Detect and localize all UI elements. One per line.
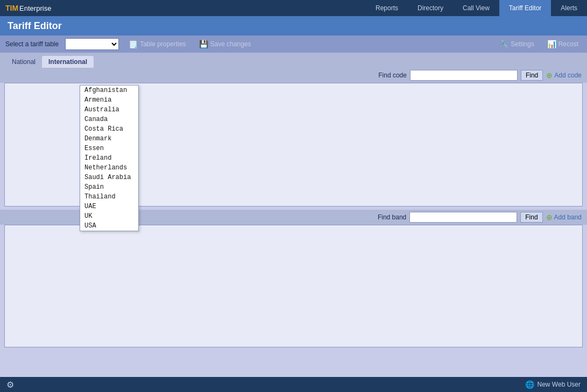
recost-button[interactable]: 📊 Recost bbox=[544, 39, 582, 49]
nav-directory[interactable]: Directory bbox=[408, 0, 453, 16]
save-changes-label: Save changes bbox=[210, 40, 251, 48]
brand-tim: TIM bbox=[5, 4, 18, 12]
save-changes-button[interactable]: 💾 Save changes bbox=[196, 39, 254, 49]
dropdown-item[interactable]: Essen bbox=[80, 144, 138, 153]
dropdown-item[interactable]: Afghanistan bbox=[80, 85, 138, 95]
dropdown-item[interactable]: Netherlands bbox=[80, 163, 138, 173]
dropdown-item[interactable]: Canada bbox=[80, 115, 138, 124]
tariff-dropdown[interactable]: AfghanistanArmeniaAustraliaCanadaCosta R… bbox=[80, 85, 139, 231]
add-code-label: Add code bbox=[554, 72, 582, 79]
select-tariff-label: Select a tariff table bbox=[5, 40, 59, 48]
dropdown-items-container: AfghanistanArmeniaAustraliaCanadaCosta R… bbox=[80, 85, 138, 231]
settings-button[interactable]: 🔧 Settings bbox=[496, 39, 537, 49]
add-band-icon: ⊕ bbox=[546, 213, 553, 222]
new-web-user-label[interactable]: New Web User bbox=[538, 381, 581, 388]
nav-alerts[interactable]: Alerts bbox=[551, 0, 587, 16]
find-band-button[interactable]: Find bbox=[520, 212, 542, 223]
gear-icon[interactable]: ⚙ bbox=[6, 380, 14, 390]
find-band-label: Find band bbox=[378, 213, 406, 221]
find-code-row: Find code Find ⊕ Add code bbox=[0, 68, 587, 83]
add-band-label: Add band bbox=[554, 213, 582, 221]
bottom-right: 🌐 New Web User bbox=[525, 380, 581, 389]
tab-national[interactable]: National bbox=[5, 56, 42, 68]
table-properties-label: Table properties bbox=[140, 40, 186, 48]
dropdown-item[interactable]: Denmark bbox=[80, 134, 138, 144]
dropdown-item[interactable]: Armenia bbox=[80, 95, 138, 105]
settings-icon: 🔧 bbox=[499, 40, 508, 48]
tariff-table-select[interactable] bbox=[65, 38, 119, 50]
dropdown-item[interactable]: UAE bbox=[80, 202, 138, 211]
toolbar-right: 🔧 Settings 📊 Recost bbox=[496, 39, 582, 49]
find-code-button[interactable]: Find bbox=[521, 70, 543, 81]
add-code-icon: ⊕ bbox=[546, 71, 553, 80]
dropdown-item[interactable]: Costa Rica bbox=[80, 124, 138, 134]
nav-items: Reports Directory Call View Tariff Edito… bbox=[366, 0, 587, 16]
nav-callview[interactable]: Call View bbox=[453, 0, 499, 16]
settings-label: Settings bbox=[511, 40, 534, 48]
save-icon: 💾 bbox=[199, 40, 208, 48]
recost-label: Recost bbox=[558, 40, 578, 48]
dropdown-item[interactable]: USA bbox=[80, 221, 138, 231]
band-data-area[interactable] bbox=[4, 225, 583, 347]
add-code-link[interactable]: ⊕ Add code bbox=[546, 71, 582, 80]
brand-enterprise: Enterprise bbox=[19, 4, 51, 12]
dropdown-item[interactable]: Australia bbox=[80, 105, 138, 115]
recost-icon: 📊 bbox=[547, 40, 556, 48]
find-code-input[interactable] bbox=[410, 70, 518, 81]
dropdown-item[interactable]: Spain bbox=[80, 182, 138, 192]
brand-logo: TIM Enterprise bbox=[0, 4, 51, 12]
table-properties-button[interactable]: 🗒️ Table properties bbox=[125, 39, 189, 49]
toolbar: Select a tariff table 🗒️ Table propertie… bbox=[0, 35, 587, 53]
bottom-bar: ⚙ 🌐 New Web User bbox=[0, 377, 587, 392]
globe-icon: 🌐 bbox=[525, 380, 534, 389]
find-code-label: Find code bbox=[378, 72, 407, 79]
main-content: National International Find code Find ⊕ … bbox=[0, 53, 587, 347]
nav-reports[interactable]: Reports bbox=[366, 0, 408, 16]
tab-international[interactable]: International bbox=[42, 56, 94, 68]
dropdown-item[interactable]: Ireland bbox=[80, 153, 138, 163]
tabs: National International bbox=[0, 53, 587, 68]
dropdown-item[interactable]: Saudi Arabia bbox=[80, 173, 138, 182]
find-band-input[interactable] bbox=[409, 212, 517, 223]
dropdown-item[interactable]: UK bbox=[80, 211, 138, 221]
add-band-link[interactable]: ⊕ Add band bbox=[546, 213, 582, 222]
dropdown-item[interactable]: Thailand bbox=[80, 192, 138, 202]
nav-tariffeditor[interactable]: Tariff Editor bbox=[499, 0, 551, 16]
page-title: Tariff Editor bbox=[8, 20, 62, 32]
table-properties-icon: 🗒️ bbox=[129, 40, 138, 48]
top-nav-bar: TIM Enterprise Reports Directory Call Vi… bbox=[0, 0, 587, 16]
page-header: Tariff Editor bbox=[0, 16, 587, 35]
